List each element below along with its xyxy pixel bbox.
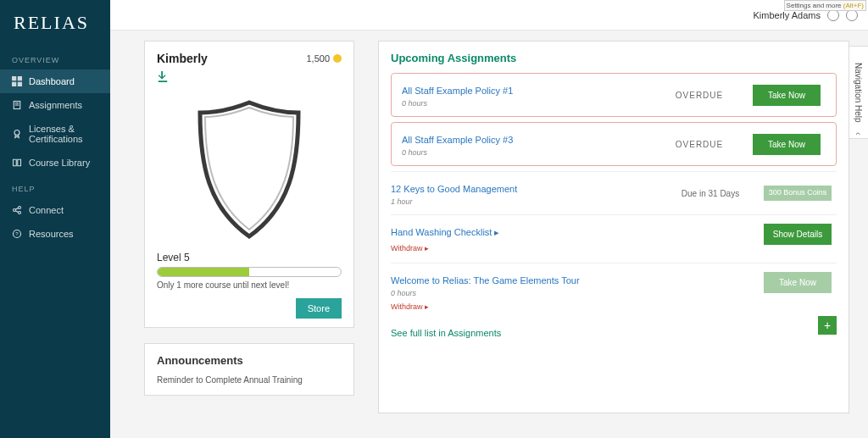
svg-rect-1: [18, 76, 22, 80]
sidebar-item-library[interactable]: Course Library: [0, 151, 110, 175]
announcements-card: Announcements Reminder to Complete Annua…: [144, 343, 354, 396]
see-full-list-link[interactable]: See full list in Assignments: [391, 328, 501, 338]
announcement-item[interactable]: Reminder to Complete Annual Training: [157, 375, 342, 385]
svg-point-7: [14, 130, 19, 136]
assignment-status: OVERDUE: [653, 140, 746, 149]
svg-rect-0: [12, 76, 16, 80]
level-progress-bar: [157, 267, 342, 277]
assignment-row: All Staff Example Policy #3 0 hours OVER…: [391, 122, 837, 166]
user-name[interactable]: Kimberly Adams: [754, 10, 821, 20]
sidebar-item-dashboard[interactable]: Dashboard: [0, 69, 110, 93]
sidebar-item-label: Licenses & Certifications: [29, 124, 102, 144]
browser-settings-hint: Settings and more (Alt+F): [784, 0, 866, 11]
assignment-due: Due in 31 Days: [664, 189, 757, 198]
sidebar-item-resources[interactable]: ? Resources: [0, 222, 110, 246]
sidebar-item-licenses[interactable]: Licenses & Certifications: [0, 117, 110, 151]
assignment-row: All Staff Example Policy #1 0 hours OVER…: [391, 73, 837, 117]
assignment-duration: 0 hours: [402, 99, 646, 108]
bonus-coins-button[interactable]: 300 Bonus Coins: [764, 186, 832, 201]
level-label: Level 5: [157, 252, 342, 263]
brand-logo: RELIAS: [0, 0, 110, 46]
sidebar-item-label: Assignments: [29, 100, 82, 110]
main-content: Kimberly 1,500 Level 5 Only 1 more cours…: [110, 30, 868, 438]
dashboard-icon: [12, 76, 22, 86]
left-column: Kimberly 1,500 Level 5 Only 1 more cours…: [144, 41, 354, 438]
assignment-status: OVERDUE: [653, 91, 746, 100]
sidebar-heading-overview: OVERVIEW: [0, 46, 110, 69]
add-assignment-button[interactable]: +: [818, 316, 837, 335]
profile-card: Kimberly 1,500 Level 5 Only 1 more cours…: [144, 41, 354, 328]
sidebar-item-label: Resources: [29, 229, 74, 239]
assignment-title-link[interactable]: All Staff Example Policy #3: [402, 135, 513, 145]
sidebar-item-assignments[interactable]: Assignments: [0, 93, 110, 117]
assignment-duration: 0 hours: [402, 148, 646, 157]
sidebar-item-connect[interactable]: Connect: [0, 198, 110, 222]
assignment-duration: 1 hour: [391, 197, 657, 206]
assignment-title-link[interactable]: Hand Washing Checklist ▸: [391, 227, 499, 237]
assignment-title-link[interactable]: 12 Keys to Good Management: [391, 184, 517, 194]
assignment-title-link[interactable]: All Staff Example Policy #1: [402, 86, 513, 96]
withdraw-link[interactable]: Withdraw ▸: [391, 244, 429, 252]
svg-point-10: [19, 212, 21, 214]
assignment-duration: 0 hours: [391, 289, 657, 297]
svg-point-9: [19, 207, 21, 209]
announcements-heading: Announcements: [157, 354, 342, 367]
share-icon: [12, 205, 22, 215]
level-progress-message: Only 1 more course until next level!: [157, 280, 342, 290]
upcoming-heading: Upcoming Assignments: [391, 52, 837, 64]
svg-line-12: [15, 211, 19, 213]
profile-name: Kimberly: [157, 52, 208, 65]
take-now-button[interactable]: Take Now: [753, 85, 821, 106]
store-button[interactable]: Store: [296, 298, 342, 319]
take-now-button[interactable]: Take Now: [764, 272, 832, 293]
svg-text:?: ?: [15, 231, 19, 236]
sidebar-heading-help: HELP: [0, 175, 110, 198]
coin-balance: 1,500: [306, 53, 342, 64]
right-column: Upcoming Assignments All Staff Example P…: [378, 41, 849, 438]
help-icon: ?: [12, 229, 22, 239]
assignment-row: Welcome to Relias: The Game Elements Tou…: [391, 263, 837, 321]
assignments-icon: [12, 100, 22, 110]
assignment-row: 12 Keys to Good Management 1 hour Due in…: [391, 171, 837, 214]
sidebar-item-label: Course Library: [29, 158, 90, 168]
show-details-button[interactable]: Show Details: [764, 224, 832, 245]
svg-rect-2: [12, 82, 16, 86]
download-icon[interactable]: [157, 70, 342, 82]
coin-icon: [333, 54, 342, 63]
sidebar: RELIAS OVERVIEW Dashboard Assignments Li…: [0, 0, 110, 438]
sidebar-item-label: Dashboard: [29, 76, 75, 86]
level-shield: [157, 82, 342, 247]
withdraw-link[interactable]: Withdraw ▸: [391, 302, 429, 311]
svg-rect-3: [18, 82, 22, 86]
licenses-icon: [12, 129, 22, 139]
assignment-title-link[interactable]: Welcome to Relias: The Game Elements Tou…: [391, 275, 580, 286]
top-header: Settings and more (Alt+F) Kimberly Adams: [110, 0, 868, 30]
assignment-row: Hand Washing Checklist ▸ Withdraw ▸ Show…: [391, 214, 837, 263]
upcoming-assignments-card: Upcoming Assignments All Staff Example P…: [378, 41, 849, 413]
svg-line-11: [15, 208, 19, 210]
take-now-button[interactable]: Take Now: [753, 134, 821, 155]
library-icon: [12, 158, 22, 168]
sidebar-item-label: Connect: [29, 205, 64, 215]
